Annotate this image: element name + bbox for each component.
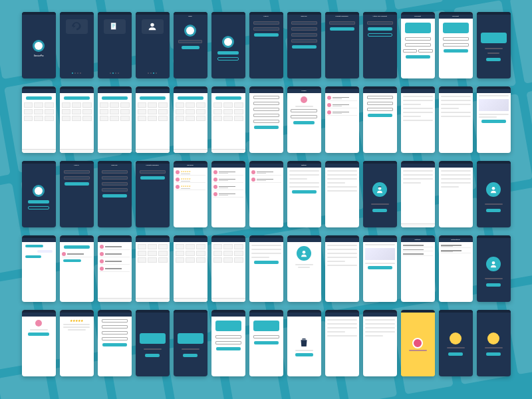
form-input[interactable]	[291, 115, 318, 118]
filter-pill[interactable]	[26, 96, 52, 100]
tab-bar[interactable]	[98, 298, 132, 302]
screen-profile[interactable]: Profile	[287, 86, 321, 153]
resend-button[interactable]	[368, 33, 392, 37]
screen-activate[interactable]: Active your account	[363, 12, 397, 78]
form-input[interactable]	[253, 96, 279, 99]
form-input[interactable]	[367, 102, 393, 105]
action-button[interactable]	[292, 190, 317, 194]
screen-calendar-5[interactable]	[174, 86, 207, 153]
form-input[interactable]	[102, 176, 128, 180]
list-item[interactable]	[327, 110, 357, 116]
login-button[interactable]	[28, 200, 49, 203]
form-input[interactable]	[102, 337, 128, 340]
card-name-field[interactable]	[405, 43, 431, 47]
signup-button[interactable]	[28, 206, 49, 209]
login-button[interactable]	[254, 33, 279, 37]
contact-item[interactable]	[100, 244, 130, 250]
map-view[interactable]	[479, 99, 509, 111]
login-button[interactable]	[65, 182, 89, 186]
screen-login-2[interactable]: Log In	[60, 161, 94, 227]
screen-calendar-3[interactable]	[98, 86, 132, 153]
screen-text-4[interactable]	[325, 310, 359, 376]
card-number-field[interactable]	[443, 37, 469, 41]
calendar-grid[interactable]	[213, 102, 243, 121]
screen-payment-4[interactable]	[249, 310, 283, 376]
contact-item[interactable]	[100, 266, 130, 272]
screen-form-long[interactable]	[249, 86, 283, 153]
ok-button[interactable]	[145, 354, 160, 357]
screen-payment-form-1[interactable]: Payment	[401, 12, 435, 78]
tab-bar[interactable]	[98, 149, 132, 153]
ok-button[interactable]	[372, 209, 388, 212]
name-field[interactable]	[291, 21, 317, 25]
segmented-control[interactable]	[64, 245, 90, 249]
pay-button[interactable]	[406, 55, 430, 59]
settings-item[interactable]	[403, 253, 433, 256]
chat-list-item[interactable]	[62, 251, 92, 257]
save-button[interactable]	[293, 121, 315, 124]
screen-calendar-7[interactable]	[136, 235, 170, 302]
submit-button[interactable]	[254, 126, 279, 129]
calendar-grid[interactable]	[100, 102, 130, 121]
tab-bar[interactable]	[401, 223, 435, 227]
filter-pill[interactable]	[140, 96, 166, 100]
screen-profile-2[interactable]	[22, 310, 56, 376]
screen-map-2[interactable]	[363, 235, 397, 302]
calendar-grid[interactable]	[138, 244, 168, 263]
screen-auth-landing[interactable]	[211, 12, 245, 78]
tab-bar[interactable]	[211, 298, 245, 302]
pay-button[interactable]	[216, 347, 241, 350]
screen-chat-1[interactable]	[22, 235, 56, 302]
send-button[interactable]	[140, 176, 165, 180]
screen-payment-confirm[interactable]	[477, 12, 511, 78]
tab-bar[interactable]	[211, 149, 245, 153]
map-view[interactable]	[365, 248, 395, 260]
settings-item[interactable]	[403, 244, 433, 247]
avatar[interactable]	[301, 96, 307, 103]
screen-payment-dark-1[interactable]	[136, 310, 170, 376]
calendar-grid[interactable]	[213, 244, 243, 263]
screen-settings[interactable]: Settings	[401, 235, 435, 302]
code-field[interactable]	[367, 21, 393, 25]
review-item[interactable]	[213, 192, 243, 198]
screen-forgot-password[interactable]: Forget Password	[325, 12, 359, 78]
filter-pill[interactable]	[178, 96, 203, 100]
screen-review-detail[interactable]: ★★★★★	[60, 310, 94, 376]
screen-detail-1[interactable]: Details	[287, 161, 321, 227]
screen-onboarding-2[interactable]	[98, 12, 132, 78]
tab-bar[interactable]	[136, 149, 170, 153]
screen-reviews-1[interactable]: Reviews★★★★★★★★★★★★★★★	[174, 161, 207, 227]
form-input[interactable]	[367, 108, 393, 111]
screen-calendar-4[interactable]	[136, 86, 170, 153]
screen-onboarding-3[interactable]	[136, 12, 170, 78]
review-item[interactable]	[251, 170, 281, 176]
list-item[interactable]	[327, 102, 357, 108]
screen-reviews-3[interactable]	[249, 161, 283, 227]
screen-onboarding-1[interactable]	[60, 12, 94, 78]
screen-contacts[interactable]	[98, 235, 132, 302]
form-input[interactable]	[253, 335, 279, 338]
password-field[interactable]	[64, 176, 90, 180]
send-button[interactable]	[330, 27, 354, 31]
signup-button[interactable]	[217, 57, 239, 61]
action-button[interactable]	[28, 332, 49, 336]
calendar-grid[interactable]	[62, 102, 92, 121]
form-input[interactable]	[253, 114, 279, 117]
form-input[interactable]	[215, 341, 241, 344]
pay-button[interactable]	[444, 49, 468, 53]
phone-field[interactable]	[291, 33, 317, 37]
filter-pill[interactable]	[64, 96, 90, 100]
screen-forgot-2[interactable]: Forget Password	[136, 161, 170, 227]
signup-button[interactable]	[102, 194, 127, 198]
login-button[interactable]	[217, 51, 239, 55]
notification-item[interactable]	[441, 244, 471, 248]
submit-button[interactable]	[368, 27, 392, 31]
email-field[interactable]	[291, 27, 317, 31]
action-button[interactable]	[254, 261, 279, 264]
email-field[interactable]	[329, 21, 355, 25]
screen-text-5[interactable]	[363, 310, 397, 376]
screen-delete-confirm[interactable]	[287, 310, 321, 376]
screen-worker-3[interactable]	[287, 235, 321, 302]
contact-item[interactable]	[100, 251, 130, 257]
settings-item[interactable]	[403, 249, 433, 252]
